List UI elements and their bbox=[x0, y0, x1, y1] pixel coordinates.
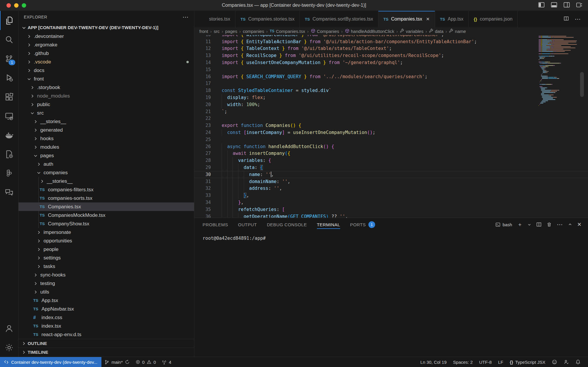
tree-file-index.tsx[interactable]: TSindex.tsx bbox=[19, 322, 194, 330]
tree-folder-tasks[interactable]: tasks bbox=[19, 262, 194, 271]
outline-section[interactable]: OUTLINE bbox=[19, 339, 194, 348]
code-line-30[interactable]: 30name: '', bbox=[194, 171, 588, 178]
tree-file-Companies.tsx[interactable]: TSCompanies.tsx bbox=[19, 202, 194, 211]
code-line-23[interactable]: 23export function Companies() { bbox=[194, 122, 588, 129]
tree-folder-__stories__[interactable]: __stories__ bbox=[19, 177, 194, 185]
code-line-10[interactable]: 10import { WithTopBarContainer } from '@… bbox=[194, 35, 588, 38]
tree-file-companies-filters.tsx[interactable]: TScompanies-filters.tsx bbox=[19, 185, 194, 194]
tree-folder-.storybook[interactable]: .storybook bbox=[19, 83, 194, 92]
accounts-icon[interactable] bbox=[0, 319, 18, 338]
tree-file-AppNavbar.tsx[interactable]: TSAppNavbar.tsx bbox=[19, 305, 194, 313]
breadcrumb-front[interactable]: front bbox=[199, 29, 208, 34]
settings-gear-icon[interactable] bbox=[0, 338, 18, 357]
tree-folder-sync-hooks[interactable]: sync-hooks bbox=[19, 271, 194, 279]
code-line-12[interactable]: 12import { TableContext } from '@/ui/tab… bbox=[194, 45, 588, 52]
tree-folder-auth[interactable]: auth bbox=[19, 160, 194, 168]
close-panel-icon[interactable]: ✕ bbox=[577, 221, 582, 228]
code-line-25[interactable]: 25 bbox=[194, 136, 588, 143]
editor-scrollbar[interactable] bbox=[580, 72, 584, 97]
code-line-20[interactable]: 20width: 100%; bbox=[194, 101, 588, 108]
search-icon[interactable] bbox=[0, 30, 18, 49]
tree-folder-opportunities[interactable]: opportunities bbox=[19, 237, 194, 245]
new-terminal-icon[interactable]: ＋ bbox=[517, 221, 522, 228]
code-line-29[interactable]: 29data: { bbox=[194, 164, 588, 171]
tree-folder-utils[interactable]: utils bbox=[19, 288, 194, 296]
terminal-output[interactable]: root@0a42ecd84891:/app# bbox=[194, 231, 588, 241]
tree-folder-.devcontainer[interactable]: .devcontainer bbox=[19, 32, 194, 41]
tree-folder-.vscode[interactable]: .vscode bbox=[19, 58, 194, 66]
tree-folder-companies[interactable]: companies bbox=[19, 168, 194, 177]
workspace-section-header[interactable]: APP [CONTAINER DEV-TWENTY-DEV (DEV-TWENT… bbox=[19, 23, 194, 32]
tree-folder-front[interactable]: front bbox=[19, 75, 194, 83]
breadcrumb-Companies.tsx[interactable]: TSCompanies.tsx bbox=[270, 29, 305, 34]
breadcrumb-variables[interactable]: variables bbox=[400, 29, 423, 34]
code-line-21[interactable]: 21`; bbox=[194, 108, 588, 115]
code-line-19[interactable]: 19display: flex; bbox=[194, 94, 588, 101]
breadcrumb-name[interactable]: name bbox=[449, 29, 466, 34]
tree-folder-public[interactable]: public bbox=[19, 100, 194, 109]
code-line-24[interactable]: 24const [insertCompany] = useInsertOneCo… bbox=[194, 129, 588, 136]
code-line-33[interactable]: 33}, bbox=[194, 192, 588, 199]
tab-companies.json[interactable]: {}companies.json bbox=[469, 11, 518, 27]
tree-folder-people[interactable]: people bbox=[19, 245, 194, 254]
breadcrumb-companies[interactable]: companies bbox=[243, 29, 264, 34]
code-line-17[interactable]: 17 bbox=[194, 80, 588, 87]
breadcrumb-pages[interactable]: pages bbox=[225, 29, 237, 34]
code-line-35[interactable]: 35refetchQueries: [ bbox=[194, 206, 588, 213]
tree-folder-impersonate[interactable]: impersonate bbox=[19, 228, 194, 237]
tab-Companies.tsx[interactable]: TSCompanies.tsx✕ bbox=[378, 11, 435, 27]
split-editor-icon[interactable] bbox=[564, 16, 569, 22]
code-line-36[interactable]: 36getOperationName(GET_COMPANIES) ?? '', bbox=[194, 213, 588, 218]
toggle-panel-icon[interactable] bbox=[551, 1, 557, 8]
language-mode-item[interactable]: {} TypeScript JSX bbox=[507, 357, 549, 367]
notifications-bell-icon[interactable] bbox=[572, 357, 584, 367]
encoding-item[interactable]: UTF-8 bbox=[476, 357, 495, 367]
code-line-13[interactable]: 13import { RecoilScope } from '@/ui/util… bbox=[194, 52, 588, 59]
toggle-secondary-sidebar-icon[interactable] bbox=[563, 1, 570, 8]
panel-tab-terminal[interactable]: TERMINAL bbox=[317, 218, 340, 231]
problems-item[interactable]: 0 0 bbox=[133, 357, 159, 367]
maximize-panel-icon[interactable] bbox=[568, 222, 572, 227]
editor-more-actions-icon[interactable]: ⋯ bbox=[575, 16, 581, 23]
source-control-icon[interactable]: 1 bbox=[0, 49, 18, 68]
panel-tab-output[interactable]: OUTPUT bbox=[238, 218, 257, 231]
code-line-26[interactable]: 26async function handleAddButtonClick() … bbox=[194, 143, 588, 150]
tree-folder-pages[interactable]: pages bbox=[19, 151, 194, 160]
tree-file-CompaniesMockMode.tsx[interactable]: TSCompaniesMockMode.tsx bbox=[19, 211, 194, 219]
docker-icon[interactable] bbox=[0, 125, 18, 145]
explorer-more-actions-icon[interactable]: ⋯ bbox=[183, 14, 189, 21]
tree-folder-docs[interactable]: docs bbox=[19, 66, 194, 75]
code-line-11[interactable]: 11import { EntityTableActionBar } from '… bbox=[194, 38, 588, 45]
code-line-18[interactable]: 18const StyledTableContainer = styled.di… bbox=[194, 87, 588, 94]
breadcrumb-Companies[interactable]: Companies bbox=[311, 29, 339, 34]
tree-folder-src[interactable]: src bbox=[19, 109, 194, 117]
tree-file-CompanyShow.tsx[interactable]: TSCompanyShow.tsx bbox=[19, 219, 194, 228]
tree-file-App.tsx[interactable]: TSApp.tsx bbox=[19, 296, 194, 305]
tree-folder-hooks[interactable]: hooks bbox=[19, 134, 194, 143]
figma-icon[interactable] bbox=[0, 164, 18, 183]
code-line-15[interactable]: 15 bbox=[194, 66, 588, 73]
git-sync-icon[interactable] bbox=[125, 360, 130, 364]
panel-tab-problems[interactable]: PROBLEMS bbox=[203, 218, 228, 231]
tree-folder-.ergomake[interactable]: .ergomake bbox=[19, 41, 194, 49]
tab-Companies.sortBy.stories.tsx[interactable]: TSCompanies.sortBy.stories.tsx bbox=[300, 11, 378, 27]
shell-selector[interactable]: bash bbox=[495, 222, 512, 227]
panel-tab-debug-console[interactable]: DEBUG CONSOLE bbox=[267, 218, 307, 231]
panel-more-actions-icon[interactable]: ⋯ bbox=[557, 221, 563, 228]
code-editor[interactable]: 10import { WithTopBarContainer } from '@… bbox=[194, 35, 588, 218]
tree-folder-settings[interactable]: settings bbox=[19, 254, 194, 262]
tree-folder-.github[interactable]: .github bbox=[19, 49, 194, 58]
remote-indicator[interactable]: Container dev-twenty-dev (dev-twenty-dev… bbox=[0, 357, 101, 367]
kill-terminal-icon[interactable] bbox=[547, 222, 552, 227]
code-line-31[interactable]: 31domainName: '', bbox=[194, 178, 588, 185]
panel-tab-ports[interactable]: PORTS1 bbox=[350, 218, 375, 231]
customize-layout-icon[interactable] bbox=[576, 1, 583, 8]
eol-item[interactable]: LF bbox=[495, 357, 507, 367]
run-debug-icon[interactable] bbox=[0, 68, 18, 87]
tab-App.tsx[interactable]: TSApp.tsx bbox=[435, 11, 469, 27]
split-terminal-icon[interactable] bbox=[536, 222, 542, 227]
feedback-smiley-icon[interactable] bbox=[549, 357, 560, 367]
terminal-dropdown-icon[interactable] bbox=[527, 223, 531, 227]
code-line-27[interactable]: 27await insertCompany({ bbox=[194, 150, 588, 157]
minimap[interactable] bbox=[539, 36, 577, 106]
